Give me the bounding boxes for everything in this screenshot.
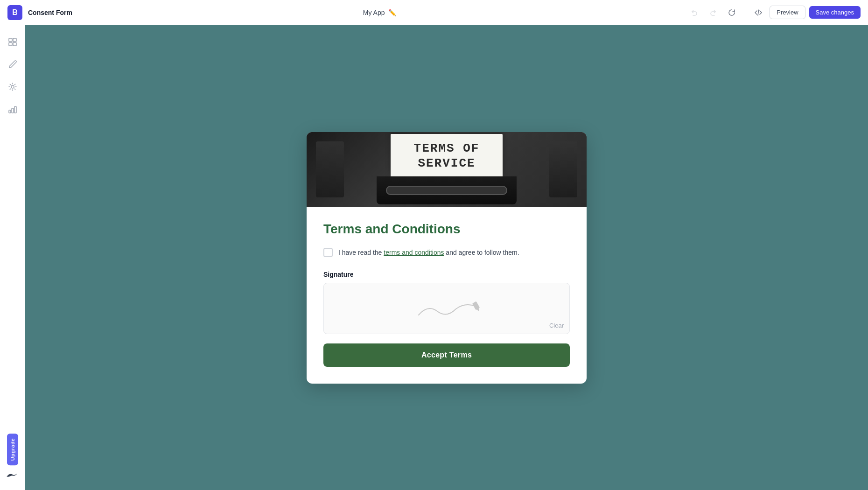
typewriter-body	[377, 176, 517, 204]
sidebar-item-edit[interactable]	[3, 55, 22, 74]
checkbox-row: I have read the terms and conditions and…	[323, 248, 570, 258]
signature-label: Signature	[323, 271, 570, 278]
restore-button[interactable]	[724, 5, 739, 20]
form-content: Terms and Conditions I have read the ter…	[307, 207, 587, 384]
code-button[interactable]	[751, 5, 766, 20]
redo-button[interactable]	[706, 5, 721, 20]
consent-form-card: TERMS OF SERVICE Terms and Conditions	[307, 132, 587, 384]
paper: TERMS OF SERVICE	[391, 134, 503, 176]
app-name-label: My App	[363, 9, 385, 16]
typewriter-left-side	[316, 141, 344, 197]
svg-rect-5	[9, 110, 11, 113]
svg-rect-2	[9, 42, 12, 46]
hero-text: TERMS OF SERVICE	[400, 141, 493, 170]
app-logo: B	[7, 5, 22, 20]
svg-point-4	[11, 85, 14, 88]
typewriter-right-side	[549, 141, 577, 197]
sidebar-item-analytics[interactable]	[3, 100, 22, 119]
sidebar-item-settings[interactable]	[3, 77, 22, 96]
main-layout: Upgrade TERMS OF SERVICE	[0, 25, 868, 490]
signature-pad[interactable]: Clear	[323, 283, 570, 334]
topbar-divider	[745, 7, 745, 18]
logo-text: B	[12, 8, 18, 17]
edit-app-name-icon[interactable]: ✏️	[388, 9, 396, 16]
terms-link[interactable]: terms and conditions	[384, 249, 444, 256]
sidebar: Upgrade	[0, 25, 25, 490]
typewriter-visual: TERMS OF SERVICE	[377, 134, 517, 204]
topbar: B Consent Form My App ✏️	[0, 0, 868, 25]
svg-rect-7	[14, 106, 16, 113]
save-changes-button[interactable]: Save changes	[809, 6, 861, 19]
svg-rect-6	[12, 108, 14, 113]
accept-terms-button[interactable]: Accept Terms	[323, 343, 570, 367]
undo-button[interactable]	[687, 5, 702, 20]
bird-icon	[6, 469, 19, 481]
svg-rect-3	[13, 42, 16, 46]
signature-scribble	[409, 297, 484, 321]
svg-rect-1	[13, 38, 16, 42]
svg-rect-0	[9, 38, 12, 42]
upgrade-badge[interactable]: Upgrade	[7, 434, 18, 465]
canvas-area: TERMS OF SERVICE Terms and Conditions	[25, 25, 868, 490]
preview-button[interactable]: Preview	[770, 6, 805, 19]
page-title: Consent Form	[28, 9, 72, 16]
form-title: Terms and Conditions	[323, 222, 570, 237]
checkbox-label: I have read the terms and conditions and…	[338, 248, 519, 258]
topbar-center: My App ✏️	[78, 9, 681, 16]
sidebar-bottom: Upgrade	[6, 434, 19, 483]
clear-signature-button[interactable]: Clear	[549, 322, 564, 329]
sidebar-item-layout[interactable]	[3, 33, 22, 51]
topbar-actions: Preview Save changes	[687, 5, 861, 20]
terms-checkbox[interactable]	[323, 248, 333, 257]
typewriter-roller	[386, 186, 507, 195]
hero-image: TERMS OF SERVICE	[307, 132, 587, 207]
